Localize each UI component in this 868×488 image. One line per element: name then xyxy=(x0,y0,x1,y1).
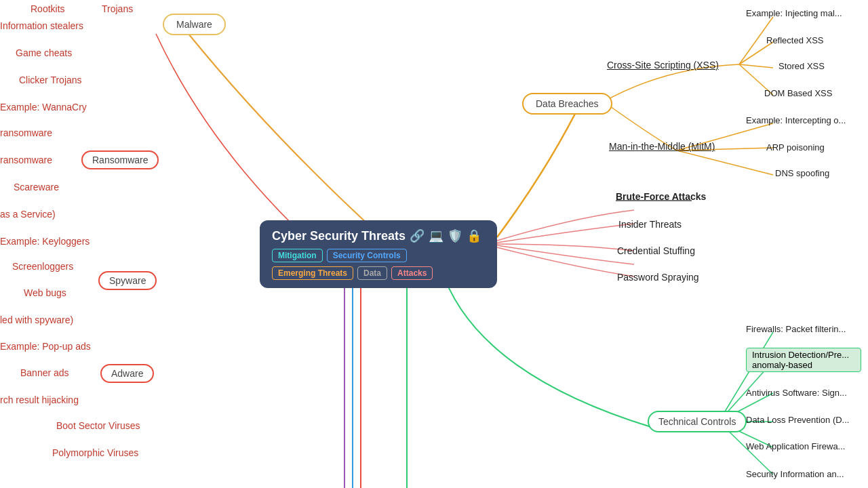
shield-icon: 🛡️ xyxy=(448,228,462,243)
node-wannacry: Example: WannaCry xyxy=(0,102,87,113)
node-spyware-oval[interactable]: Spyware xyxy=(98,271,157,290)
link-icon: 🔗 xyxy=(410,228,425,243)
tag-mitigation[interactable]: Mitigation xyxy=(272,249,323,262)
node-rootkits: Rootkits xyxy=(31,3,65,14)
node-xss: Cross-Site Scripting (XSS) xyxy=(607,60,719,70)
node-bundled-spyware: led with spyware) xyxy=(0,314,73,325)
node-malware[interactable]: Malware xyxy=(163,14,226,35)
node-boot-sector-viruses: Boot Sector Viruses xyxy=(56,420,140,431)
tag-security-controls[interactable]: Security Controls xyxy=(327,249,407,262)
node-clicker-trojans: Clicker Trojans xyxy=(19,75,82,85)
node-ransomware-oval[interactable]: Ransomware xyxy=(81,150,159,169)
node-search-hijacking: rch result hijacking xyxy=(0,394,79,405)
node-arp-poisoning: ARP poisoning xyxy=(766,142,825,152)
node-dns-spoofing: DNS spoofing xyxy=(775,168,829,178)
node-brute-force: Brute-Force Attacks xyxy=(616,191,706,202)
node-screenloggers: Screenloggers xyxy=(12,261,73,272)
tag-container: Mitigation Security Controls Emerging Th… xyxy=(272,249,485,280)
node-siem: Security Information an... xyxy=(746,469,844,479)
node-intercepting: Example: Intercepting o... xyxy=(746,115,846,125)
node-web-bugs: Web bugs xyxy=(24,287,66,298)
node-ids: Intrusion Detection/Pre...anomaly-based xyxy=(746,348,861,372)
node-as-service: as a Service) xyxy=(0,209,56,220)
node-technical-controls[interactable]: Technical Controls xyxy=(648,411,747,432)
central-title: Cyber Security Threats 🔗 💻 🛡️ 🔒 xyxy=(272,228,485,243)
node-scareware: Scareware xyxy=(14,182,59,192)
node-password-spraying: Password Spraying xyxy=(617,272,699,283)
node-credential-stuffing: Credential Stuffing xyxy=(617,245,695,256)
tag-attacks[interactable]: Attacks xyxy=(391,266,433,280)
node-dlp: Data Loss Prevention (D... xyxy=(746,415,849,425)
node-information-stealers: Information stealers xyxy=(0,20,83,31)
malware-label: Malware xyxy=(176,19,212,30)
node-game-cheats: Game cheats xyxy=(16,47,72,58)
node-dom-xss: DOM Based XSS xyxy=(764,88,832,98)
central-node: Cyber Security Threats 🔗 💻 🛡️ 🔒 Mitigati… xyxy=(260,220,497,288)
node-injecting-mal: Example: Injecting mal... xyxy=(746,8,842,18)
tag-emerging-threats[interactable]: Emerging Threats xyxy=(272,266,353,280)
lock-icon: 🔒 xyxy=(467,228,481,243)
central-title-text: Cyber Security Threats xyxy=(272,229,406,243)
node-adware-oval[interactable]: Adware xyxy=(100,364,154,383)
node-polymorphic-viruses: Polymorphic Viruses xyxy=(52,447,138,458)
node-mitm: Man-in-the-Middle (MitM) xyxy=(609,141,715,152)
computer-icon: 💻 xyxy=(429,228,443,243)
node-firewalls: Firewalls: Packet filterin... xyxy=(746,324,846,334)
node-antivirus: Antivirus Software: Sign... xyxy=(746,388,847,398)
node-stored-xss: Stored XSS xyxy=(778,61,825,71)
node-popup-ads: Example: Pop-up ads xyxy=(0,341,91,352)
node-insider-threats: Insider Threats xyxy=(618,219,682,230)
node-ransomware-2: ransomware xyxy=(0,155,52,165)
node-waf: Web Application Firewa... xyxy=(746,441,845,451)
node-ransomware-1: ransomware xyxy=(0,127,52,138)
node-trojans: Trojans xyxy=(102,3,133,14)
node-data-breaches[interactable]: Data Breaches xyxy=(522,93,612,115)
node-reflected-xss: Reflected XSS xyxy=(766,35,824,45)
node-banner-ads: Banner ads xyxy=(20,367,69,378)
data-breaches-label: Data Breaches xyxy=(536,98,599,109)
node-keyloggers: Example: Keyloggers xyxy=(0,236,90,247)
tag-data[interactable]: Data xyxy=(357,266,387,280)
